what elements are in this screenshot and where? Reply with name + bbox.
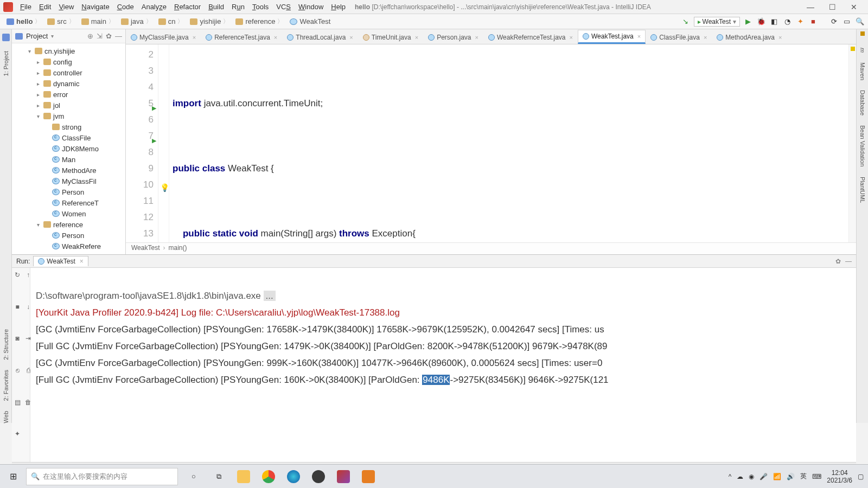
- tray-camera-icon[interactable]: ◉: [749, 473, 754, 480]
- tray-cloud-icon[interactable]: ☁: [737, 473, 743, 480]
- taskview-icon[interactable]: ⧉: [206, 465, 231, 489]
- app-icon[interactable]: [306, 465, 331, 489]
- crumb-cn[interactable]: cn: [155, 17, 187, 25]
- editor-tab[interactable]: ReferenceTest.java×: [201, 30, 282, 44]
- crumb-java[interactable]: java: [118, 17, 155, 25]
- error-stripe[interactable]: [848, 44, 856, 242]
- stop-button[interactable]: ■: [808, 17, 818, 27]
- editor-tab[interactable]: MyClassFile.java×: [126, 30, 201, 44]
- crumb-reference[interactable]: reference: [232, 17, 286, 25]
- cortana-icon[interactable]: ○: [181, 465, 206, 489]
- tray-wifi-icon[interactable]: 📶: [773, 473, 781, 480]
- crumb-weaktest[interactable]: WeakTest: [286, 17, 334, 25]
- close-icon[interactable]: ×: [637, 33, 641, 40]
- notifications-icon[interactable]: ▢: [858, 473, 864, 480]
- collapse-icon[interactable]: ⇲: [97, 32, 103, 40]
- menu-window[interactable]: Window: [295, 3, 327, 11]
- tray-chevron-icon[interactable]: ^: [729, 473, 732, 480]
- menu-refactor[interactable]: Refactor: [170, 3, 205, 11]
- pin-icon[interactable]: ✦: [14, 430, 21, 438]
- attach-button[interactable]: ✦: [795, 17, 805, 27]
- profile-button[interactable]: ◔: [782, 17, 792, 27]
- tool-structure[interactable]: 2: Structure: [3, 329, 9, 360]
- start-button[interactable]: ⊞: [0, 465, 26, 489]
- console-output[interactable]: D:\software\program-tool\javaSE1.8\jdk1.…: [30, 268, 856, 462]
- coverage-button[interactable]: ◧: [769, 17, 779, 27]
- minimize-icon[interactable]: —: [800, 3, 821, 11]
- warning-marker-icon[interactable]: [851, 47, 855, 51]
- explorer-icon[interactable]: [231, 465, 256, 489]
- tree-node[interactable]: WeakRefere: [12, 241, 125, 252]
- menu-navigate[interactable]: Navigate: [78, 3, 113, 11]
- tool-database[interactable]: Database: [859, 90, 866, 115]
- taskbar-clock[interactable]: 12:042021/3/6: [827, 469, 852, 484]
- menu-vcs[interactable]: VCS: [272, 3, 295, 11]
- taskbar-search[interactable]: 🔍在这里输入你要搜索的内容: [26, 468, 178, 485]
- exit-icon[interactable]: ⎋: [14, 367, 21, 374]
- crumb-hello[interactable]: hello: [3, 17, 44, 25]
- tree-node[interactable]: Man: [12, 154, 125, 165]
- editor-tab[interactable]: Person.java×: [423, 30, 483, 44]
- close-icon[interactable]: ×: [475, 34, 478, 41]
- maximize-icon[interactable]: ☐: [821, 3, 843, 11]
- tree-node[interactable]: ReferenceT: [12, 197, 125, 208]
- tool-plantuml[interactable]: PlantUML: [859, 177, 866, 203]
- close-icon[interactable]: ×: [569, 34, 572, 41]
- debug-button[interactable]: 🐞: [756, 17, 766, 27]
- chrome-icon[interactable]: [256, 465, 281, 489]
- menu-tools[interactable]: Tools: [248, 3, 272, 11]
- app-icon-2[interactable]: [356, 465, 381, 489]
- close-icon[interactable]: ×: [274, 34, 277, 41]
- run-tab[interactable]: WeakTest×: [33, 256, 88, 266]
- editor-breadcrumbs[interactable]: WeakTest›main(): [126, 242, 856, 254]
- tree-node[interactable]: ▸error: [12, 89, 125, 100]
- intention-bulb-icon[interactable]: 💡: [160, 183, 169, 192]
- menu-view[interactable]: View: [55, 3, 78, 11]
- layout-icon[interactable]: ▤: [14, 399, 21, 406]
- tray-keyboard-icon[interactable]: ⌨: [812, 473, 821, 480]
- tool-maven[interactable]: m: [859, 48, 866, 53]
- tree-node[interactable]: ▸config: [12, 56, 125, 67]
- run-config-selector[interactable]: ▸WeakTest ▾: [694, 17, 740, 27]
- gear-icon[interactable]: ✿: [106, 32, 112, 40]
- close-icon[interactable]: ×: [193, 34, 196, 41]
- rerun-icon[interactable]: ↻: [14, 271, 21, 279]
- chevron-down-icon[interactable]: ▾: [51, 33, 54, 39]
- menu-analyze[interactable]: Analyze: [138, 3, 170, 11]
- editor-tab[interactable]: TimeUnit.java×: [358, 30, 423, 44]
- tree-node[interactable]: MethodAre: [12, 165, 125, 176]
- close-icon[interactable]: ×: [349, 34, 353, 41]
- tree-node[interactable]: ClassFile: [12, 132, 125, 143]
- project-tree[interactable]: ▾cn.yishijie▸config▸controller▸dynamic▸e…: [12, 43, 125, 254]
- hide-icon[interactable]: —: [845, 258, 852, 265]
- close-icon[interactable]: ×: [415, 34, 418, 41]
- project-icon[interactable]: [2, 34, 10, 41]
- tray-mic-icon[interactable]: 🎤: [760, 473, 768, 480]
- camera-icon[interactable]: ◙: [14, 335, 21, 342]
- tree-node[interactable]: ▸controller: [12, 67, 125, 78]
- edge-icon[interactable]: [281, 465, 306, 489]
- gear-icon[interactable]: ✿: [835, 258, 841, 265]
- editor-tab[interactable]: WeakRefernceTest.java×: [483, 30, 578, 44]
- run-gutter-icon[interactable]: ▶: [152, 100, 156, 116]
- tree-node[interactable]: Person: [12, 230, 125, 241]
- tree-node[interactable]: Person: [12, 187, 125, 197]
- editor-tab[interactable]: ThreadLocal.java×: [282, 30, 358, 44]
- tool-web[interactable]: Web: [3, 411, 9, 423]
- layout-button[interactable]: ▭: [842, 17, 852, 27]
- close-icon[interactable]: ×: [80, 258, 84, 265]
- tree-node[interactable]: ▸jol: [12, 100, 125, 111]
- tool-favorites[interactable]: 2: Favorites: [3, 370, 9, 401]
- run-button[interactable]: ▶: [743, 17, 753, 27]
- menu-file[interactable]: File: [16, 3, 35, 11]
- close-icon[interactable]: ×: [778, 34, 782, 41]
- close-icon[interactable]: ×: [704, 34, 707, 41]
- menu-build[interactable]: Build: [205, 3, 228, 11]
- line-gutter[interactable]: 2 3 4 5▶ 6 7▶ 8 9 10 11 12 13: [126, 44, 158, 242]
- crumb-main[interactable]: main: [78, 17, 118, 25]
- crumb-src[interactable]: src: [44, 17, 78, 25]
- menu-edit[interactable]: Edit: [35, 3, 55, 11]
- tree-node[interactable]: ▾reference: [12, 219, 125, 230]
- menu-code[interactable]: Code: [113, 3, 138, 11]
- fold-gutter[interactable]: 💡: [158, 44, 169, 242]
